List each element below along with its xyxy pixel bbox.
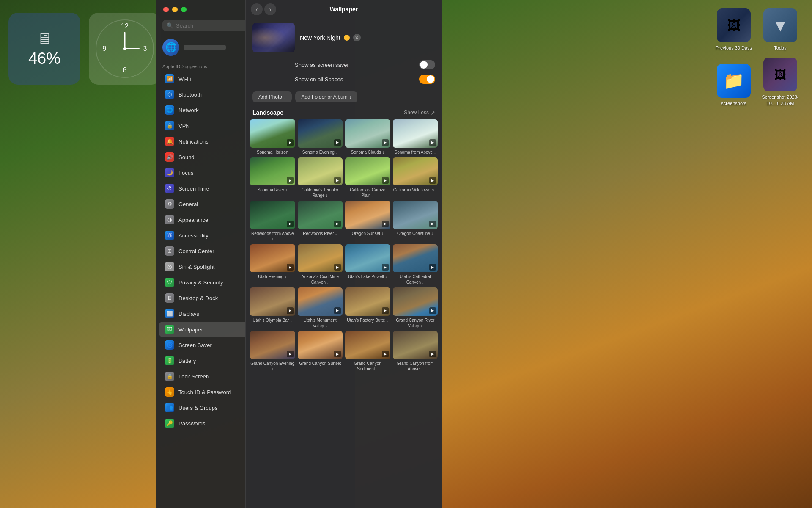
general-icon: ⚙: [165, 199, 174, 209]
wp-thumb-ca-wildflowers: ▶: [393, 157, 438, 186]
wallpaper-item-gc-sunset[interactable]: ▶ Grand Canyon Sunset ↓: [298, 331, 343, 372]
screen-time-icon: ⏱: [165, 184, 174, 193]
add-folder-button[interactable]: Add Folder or Album ↓: [295, 91, 357, 102]
nav-buttons: ‹ ›: [251, 3, 276, 15]
close-button[interactable]: [163, 7, 169, 12]
wp-name-az-coal: Arizona's Coal Mine Canyon ↓: [298, 274, 343, 285]
battery-icon: 🖥: [36, 30, 52, 48]
cursor-indicator: ↗: [431, 110, 435, 116]
network-icon: 🌐: [165, 105, 174, 115]
wallpaper-item-sonoma-evening[interactable]: ▶ Sonoma Evening ↓: [298, 119, 343, 155]
wallpaper-item-utah-cathedral[interactable]: ▶ Utah's Cathedral Canyon ↓: [393, 244, 438, 285]
desktop-dock-label: Desktop & Dock: [178, 295, 218, 301]
screensaver-toggle[interactable]: [419, 60, 435, 69]
current-wp-info: New York Night ✕: [300, 34, 435, 41]
wp-name-redwoods-river: Redwoods River ↓: [298, 231, 343, 236]
wp-play-redwoods-above: ▶: [287, 221, 294, 227]
spaces-toggle[interactable]: [419, 75, 435, 84]
wallpaper-item-redwoods-river[interactable]: ▶ Redwoods River ↓: [298, 201, 343, 242]
search-icon: 🔍: [167, 22, 173, 29]
wp-thumb-oregon-coast: ▶: [393, 201, 438, 229]
wallpaper-grid: ▶ Sonoma Horizon ▶ Sonoma Evening ↓ ▶ So…: [250, 119, 438, 372]
wallpaper-item-utah-evening[interactable]: ▶ Utah Evening ↓: [250, 244, 295, 285]
wp-play-sonoma-horizon: ▶: [287, 139, 294, 146]
wp-thumb-redwoods-river: ▶: [298, 201, 343, 229]
screenshots-icon-img: [717, 64, 751, 98]
action-buttons: Add Photo ↓ Add Folder or Album ↓: [246, 88, 442, 108]
passwords-label: Passwords: [178, 420, 206, 427]
wp-play-utah-evening: ▶: [287, 264, 294, 271]
wallpaper-item-utah-lakepowell[interactable]: ▶ Utah's Lake Powell ↓: [345, 244, 390, 285]
show-less-button[interactable]: Show Less: [404, 110, 429, 116]
screenshots-label: screenshots: [721, 100, 746, 106]
wallpaper-item-redwoods-above[interactable]: ▶ Redwoods from Above ↓: [250, 201, 295, 242]
wallpaper-item-az-coal[interactable]: ▶ Arizona's Coal Mine Canyon ↓: [298, 244, 343, 285]
current-wallpaper-section: New York Night ✕: [246, 19, 442, 57]
wallpaper-item-gc-sediment[interactable]: ▶ Grand Canyon Sediment ↓: [345, 331, 390, 372]
wp-play-utah-monument: ▶: [334, 307, 341, 314]
wp-play-utah-cathedral: ▶: [429, 264, 436, 271]
wp-play-sonoma-evening: ▶: [334, 139, 341, 146]
wallpaper-item-sonoma-above[interactable]: ▶ Sonoma from Above ↓: [393, 119, 438, 155]
account-name: [184, 45, 226, 50]
minimize-button[interactable]: [172, 7, 178, 12]
wp-name-redwoods-above: Redwoods from Above ↓: [250, 231, 295, 242]
wp-play-ca-wildflowers: ▶: [429, 177, 436, 184]
wp-thumb-gc-sediment: ▶: [345, 331, 390, 359]
wallpaper-item-ca-temblor[interactable]: ▶ California's Temblor Range ↓: [298, 157, 343, 199]
wallpaper-item-oregon-sunset[interactable]: ▶ Oregon Sunset ↓: [345, 201, 390, 242]
wallpaper-item-oregon-coast[interactable]: ▶ Oregon Coastline ↓: [393, 201, 438, 242]
accessibility-label: Accessibility: [178, 232, 208, 239]
wp-play-az-coal: ▶: [334, 264, 341, 271]
wp-name-ca-temblor: California's Temblor Range ↓: [298, 187, 343, 198]
wallpaper-item-ca-wildflowers[interactable]: ▶ California Wildflowers ↓: [393, 157, 438, 199]
wp-thumb-sonoma-river: ▶: [250, 157, 295, 186]
add-photo-button[interactable]: Add Photo ↓: [252, 91, 292, 102]
wp-name-ca-carrizo: California's Carrizo Plain ↓: [345, 187, 390, 198]
wp-thumb-utah-olympia: ▶: [250, 287, 295, 316]
screenshot-file-icon-img: [763, 58, 797, 91]
wallpaper-item-sonoma-river[interactable]: ▶ Sonoma River ↓: [250, 157, 295, 199]
prev-days-icon-img: [717, 8, 751, 42]
wallpaper-item-sonoma-horizon[interactable]: ▶ Sonoma Horizon: [250, 119, 295, 155]
wallpaper-item-utah-factory[interactable]: ▶ Utah's Factory Butte ↓: [345, 287, 390, 329]
desktop-icon-today[interactable]: Today: [761, 8, 799, 51]
wallpaper-item-gc-river[interactable]: ▶ Grand Canyon River Valley ↓: [393, 287, 438, 329]
wallpaper-item-utah-monument[interactable]: ▶ Utah's Monument Valley ↓: [298, 287, 343, 329]
wallpaper-item-gc-above[interactable]: ▶ Grand Canyon from Above ↓: [393, 331, 438, 372]
wallpaper-grid-scroll[interactable]: ▶ Sonoma Horizon ▶ Sonoma Evening ↓ ▶ So…: [246, 119, 442, 508]
wallpaper-item-utah-olympia[interactable]: ▶ Utah's Olympia Bar ↓: [250, 287, 295, 329]
wp-play-gc-above: ▶: [429, 351, 436, 357]
wp-play-utah-olympia: ▶: [287, 307, 294, 314]
forward-button[interactable]: ›: [264, 3, 276, 15]
wallpaper-item-sonoma-clouds[interactable]: ▶ Sonoma Clouds ↓: [345, 119, 390, 155]
wp-name-sonoma-above: Sonoma from Above ↓: [393, 149, 438, 155]
wallpaper-label: Wallpaper: [178, 326, 203, 333]
vpn-icon: 🔒: [165, 121, 174, 130]
desktop-dock-icon: 🖥: [165, 293, 174, 303]
fullscreen-button[interactable]: [181, 7, 187, 12]
notifications-icon: 🔔: [165, 137, 174, 146]
wp-thumb-utah-cathedral: ▶: [393, 244, 438, 273]
wp-play-sonoma-clouds: ▶: [382, 139, 389, 146]
screen-time-label: Screen Time: [178, 185, 209, 192]
wp-thumb-sonoma-above: ▶: [393, 119, 438, 148]
back-button[interactable]: ‹: [251, 3, 263, 15]
desktop-icon-screenshots[interactable]: screenshots: [715, 64, 753, 106]
touch-id-icon: 👆: [165, 387, 174, 397]
desktop-icon-screenshot-file[interactable]: Screenshot 2023-10....8.23 AM: [761, 58, 799, 106]
wallpaper-item-ca-carrizo[interactable]: ▶ California's Carrizo Plain ↓: [345, 157, 390, 199]
wp-name-oregon-sunset: Oregon Sunset ↓: [345, 231, 390, 236]
screenshot-file-label: Screenshot 2023-10....8.23 AM: [761, 94, 799, 106]
desktop-icon-prev-days[interactable]: Previous 30 Days: [715, 8, 753, 51]
wp-close-button[interactable]: ✕: [353, 34, 361, 41]
focus-icon: 🌙: [165, 168, 174, 177]
wallpaper-item-gc-evening[interactable]: ▶ Grand Canyon Evening ↓: [250, 331, 295, 372]
wp-thumb-gc-above: ▶: [393, 331, 438, 359]
general-label: General: [178, 201, 198, 207]
wp-name-gc-sediment: Grand Canyon Sediment ↓: [345, 361, 390, 372]
wp-name-ca-wildflowers: California Wildflowers ↓: [393, 187, 438, 193]
lock-screen-icon: 🔒: [165, 372, 174, 381]
wp-name-gc-sunset: Grand Canyon Sunset ↓: [298, 361, 343, 372]
clock-widget: 12 3 6 9: [89, 13, 161, 85]
